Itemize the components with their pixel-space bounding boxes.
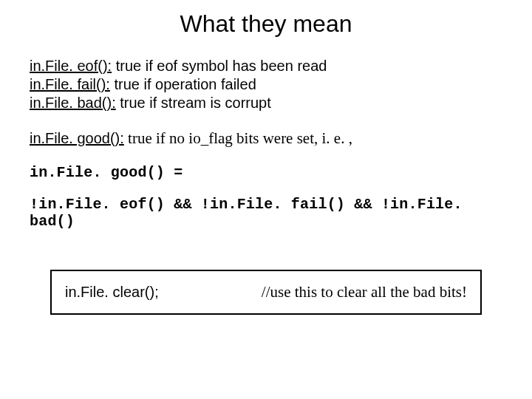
note-box: in.File. clear(); //use this to clear al… bbox=[50, 270, 482, 315]
note-right: //use this to clear all the bad bits! bbox=[262, 283, 467, 301]
definitions-block-2: in.File. good(): true if no io_flag bits… bbox=[30, 129, 502, 148]
def-good-name: in.File. good(): bbox=[30, 130, 124, 146]
def-eof-name: in.File. eof(): bbox=[30, 58, 112, 74]
slide-title: What they mean bbox=[30, 10, 502, 38]
def-bad-desc: true if stream is corrupt bbox=[116, 95, 271, 111]
def-good-desc: true if no io_flag bits were set, i. e. … bbox=[124, 129, 352, 147]
def-fail-desc: true if operation failed bbox=[110, 76, 256, 92]
slide: What they mean in.File. eof(): true if e… bbox=[0, 0, 532, 399]
note-left: in.File. clear(); bbox=[65, 284, 159, 301]
def-bad-name: in.File. bad(): bbox=[30, 95, 116, 111]
def-fail-name: in.File. fail(): bbox=[30, 76, 110, 92]
def-fail: in.File. fail(): true if operation faile… bbox=[30, 75, 502, 94]
definitions-block-1: in.File. eof(): true if eof symbol has b… bbox=[30, 57, 502, 112]
def-eof-desc: true if eof symbol has been read bbox=[112, 58, 327, 74]
def-bad: in.File. bad(): true if stream is corrup… bbox=[30, 94, 502, 112]
def-good: in.File. good(): true if no io_flag bits… bbox=[30, 129, 502, 148]
code-expr: !in.File. eof() && !in.File. fail() && !… bbox=[30, 196, 502, 230]
code-lhs: in.File. good() = bbox=[30, 164, 502, 181]
def-eof: in.File. eof(): true if eof symbol has b… bbox=[30, 57, 502, 75]
